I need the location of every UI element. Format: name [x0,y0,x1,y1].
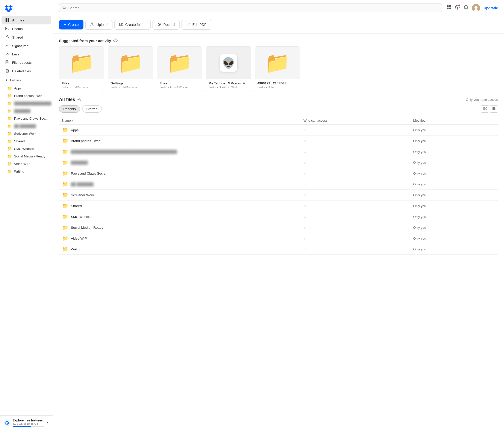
suggested-card-0[interactable]: 📁 Files Folder • ...MMco.scriv [59,46,104,91]
upload-button[interactable]: Upload [85,20,112,30]
svg-point-21 [115,40,116,41]
star-icon[interactable]: ☆ [304,150,307,154]
all-files-settings-icon[interactable] [77,97,81,102]
folder-smc[interactable]: 📁 SMC Website [2,145,51,152]
table-row[interactable]: 📁███████ ☆ Only you [59,157,498,168]
folder-blurred-3[interactable]: 📁 ██ ███████ [2,122,51,130]
svg-rect-2 [6,20,7,22]
access-cell: Only you [413,226,426,229]
table-row[interactable]: 📁Scrivener Work ☆ Only you [59,190,498,201]
eye-icon[interactable] [113,39,118,43]
folder-icon: 📁 [62,170,68,176]
star-icon[interactable]: ☆ [304,236,307,240]
folder-scrivener[interactable]: 📁 Scrivener Work [2,130,51,137]
folder-brand-photos[interactable]: 📁 Brand photos - web [2,92,51,100]
sidebar-item-file-requests[interactable]: File requests [2,58,51,67]
star-icon[interactable]: ☆ [304,139,307,143]
folder-video[interactable]: 📁 Video WIP [2,160,51,168]
table-row[interactable]: 📁Paws and Claws Social ☆ Only you [59,168,498,179]
star-icon[interactable]: ☆ [304,247,307,251]
header-actions: Upgrade [446,4,498,12]
sidebar-item-signatures[interactable]: Signatures [2,42,51,50]
th-access[interactable]: Who can access [301,117,410,125]
tab-starred[interactable]: Starred [82,105,102,113]
logo[interactable] [0,0,53,16]
bell-icon[interactable] [463,5,468,11]
tab-recents[interactable]: Recents [59,105,80,113]
grid-view-toggle[interactable] [481,105,489,113]
sidebar-item-photos[interactable]: Photos [2,25,51,33]
table-row[interactable]: 📁Shared ☆ Only you [59,201,498,211]
folder-blurred-1[interactable]: 📁 ████████████████ [2,100,51,107]
folder-icon: 📁 [7,146,12,151]
file-name: Writing [71,247,81,251]
create-folder-button[interactable]: Create folder [114,20,151,30]
star-icon[interactable]: ☆ [304,171,307,175]
th-modified[interactable]: Modified [410,117,498,125]
sidebar-item-deleted-files[interactable]: Deleted files [2,67,51,75]
star-icon[interactable]: ☆ [304,193,307,197]
question-icon[interactable] [455,5,460,11]
star-icon[interactable]: ☆ [304,160,307,164]
all-files-icon [5,18,10,23]
table-row[interactable]: 📁Social Media - Ready ☆ Only you [59,222,498,233]
svg-rect-23 [483,107,485,108]
folder-paws[interactable]: 📁 Paws and Claws Soc... [2,115,51,122]
search-input[interactable] [68,6,439,10]
table-row[interactable]: 📁SMC Website ☆ Only you [59,211,498,222]
table-row[interactable]: 📁Video WIP ☆ Only you [59,233,498,244]
create-button[interactable]: + Create [59,20,83,29]
sidebar-item-less[interactable]: Less [2,50,51,58]
folder-smc-label: SMC Website [14,147,34,151]
record-button[interactable]: Record [153,20,180,30]
all-files-label: All files [12,18,24,22]
table-row[interactable]: 📁██ ███████ ☆ Only you [59,179,498,190]
folder-apps[interactable]: 📁 Apps [2,85,51,92]
folder-blurred-2[interactable]: 📁 ███████ [2,107,51,115]
upgrade-button[interactable]: Upgrade [484,6,498,10]
storage-expand-icon[interactable] [46,421,49,425]
sidebar-item-shared[interactable]: Shared [2,33,51,42]
grid-icon[interactable] [446,5,451,11]
table-row[interactable]: 📁Brand photos - web ☆ Only you [59,136,498,146]
star-icon[interactable]: ☆ [304,215,307,219]
sidebar-footer: Explore free features 6.01 GB of 10.38 G… [0,415,53,430]
sidebar-item-all-files[interactable]: All files [2,16,51,24]
star-icon[interactable]: ☆ [304,128,307,132]
more-options-button[interactable]: ⋯ [213,20,224,30]
folder-shared[interactable]: 📁 Shared [2,138,51,145]
folder-writing[interactable]: 📁 Writing [2,168,51,175]
svg-point-17 [475,6,478,9]
access-cell: Only you [413,150,426,154]
folder-icon: 📁 [62,203,68,209]
edit-pdf-button[interactable]: Edit PDF [182,20,211,30]
folder-icon: 📁 [62,192,68,198]
star-icon[interactable]: ☆ [304,204,307,208]
storage-sub: 6.01 GB of 10.38 GB [13,422,44,425]
folder-icon: 📁 [7,139,12,144]
table-row[interactable]: 📁Writing ☆ Only you [59,244,498,255]
table-row[interactable]: 📁███████████████████████████████████████… [59,146,498,157]
suggested-card-1[interactable]: 📁 Settings Folder • ...MMco.scriv [108,46,153,91]
svg-rect-10 [447,5,449,7]
card-meta-1: Folder • ...MMco.scriv [111,86,151,89]
star-icon[interactable]: ☆ [304,182,307,186]
folder-icon: 📁 [7,101,12,106]
card-name-4: 4900173...215FD38 [257,81,297,85]
suggested-card-3[interactable]: 👽 My Tactica...MMco.scriv Folder • Scriv… [206,46,251,91]
th-name[interactable]: Name ↑ [59,117,301,125]
folders-section-header[interactable]: Folders [2,76,51,84]
storage-info[interactable]: Explore free features 6.01 GB of 10.38 G… [4,419,49,427]
star-icon[interactable]: ☆ [304,225,307,229]
list-view-toggle[interactable] [490,105,498,113]
create-label: Create [68,23,79,27]
svg-point-5 [6,28,7,28]
search-bar[interactable] [59,4,442,12]
folder-social-media[interactable]: 📁 Social Media - Ready [2,153,51,160]
table-row[interactable]: 📁Apps ☆ Only you [59,125,498,136]
suggested-card-2[interactable]: 📁 Files Folder • A...ne222.scriv [157,46,202,91]
cards-grid: 📁 Files Folder • ...MMco.scriv 📁 Setting… [59,46,498,92]
suggested-card-4[interactable]: 📁 4900173...215FD38 Folder • Data [255,46,300,91]
avatar[interactable] [472,4,480,12]
chevron-right-icon [5,78,8,82]
